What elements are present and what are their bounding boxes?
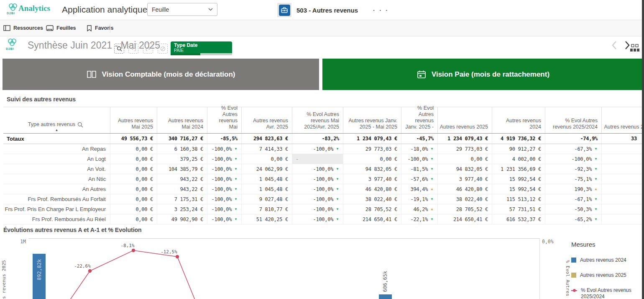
table-cell[interactable]: 0,00 €: [110, 154, 157, 164]
table-cell[interactable]: -81,5%▼: [401, 164, 437, 174]
table-cell[interactable]: -18,0%▼: [401, 144, 437, 154]
sheet-overview-icon[interactable]: [630, 44, 640, 52]
table-cell[interactable]: [601, 144, 644, 154]
table-cell[interactable]: -100,0%▼: [207, 184, 241, 194]
table-cell[interactable]: 214 650,41 €: [343, 214, 401, 224]
table-cell[interactable]: 394,4%▲: [401, 184, 437, 194]
table-cell[interactable]: 7 414,33 €: [241, 144, 292, 154]
table-cell[interactable]: 1 234 079,43 €: [437, 134, 492, 144]
table-cell[interactable]: 29 773,03 €: [437, 144, 492, 154]
table-cell[interactable]: 943,22 €: [157, 184, 207, 194]
sheet-dropdown[interactable]: Feuille: [147, 3, 217, 16]
row-label[interactable]: An Ntic: [3, 174, 110, 184]
search-icon[interactable]: [77, 122, 83, 128]
more-options-button[interactable]: · · ·: [373, 7, 389, 14]
table-cell[interactable]: -83,2%: [292, 134, 343, 144]
table-cell[interactable]: 190,3%▲: [545, 184, 601, 194]
table-cell[interactable]: 115 513,12 €: [492, 194, 545, 204]
table-cell[interactable]: -22,1%▼: [401, 214, 437, 224]
table-cell[interactable]: 46 420,80 €: [437, 184, 492, 194]
toolbar-item-feuilles[interactable]: Feuilles: [46, 20, 76, 36]
table-cell[interactable]: 3 977,40 €: [437, 174, 492, 184]
table-cell[interactable]: -100,0%▼: [292, 144, 343, 154]
column-header[interactable]: Autres revenus Janv. 2025 - Mai 2025: [343, 107, 401, 133]
table-cell[interactable]: 24 062,99 €: [241, 164, 292, 174]
vision-paie-button[interactable]: Vision Paie (mois de rattachement): [322, 59, 644, 90]
table-cell[interactable]: 28 705,52 €: [343, 204, 401, 214]
table-cell[interactable]: [601, 204, 644, 214]
table-cell[interactable]: -100,0%▼: [207, 154, 241, 164]
table-cell[interactable]: -85,5%: [207, 134, 241, 144]
table-cell[interactable]: -65,2%▼: [545, 214, 601, 224]
row-label[interactable]: An Logt: [3, 154, 110, 164]
table-cell[interactable]: -100,0%▼: [401, 154, 437, 164]
table-cell[interactable]: 94 832,05 €: [343, 164, 401, 174]
table-cell[interactable]: [601, 164, 644, 174]
table-cell[interactable]: -50,3%▼: [545, 204, 601, 214]
table-cell[interactable]: 7 810,77 €: [241, 204, 292, 214]
table-cell[interactable]: -67,1%▼: [545, 194, 601, 204]
table-cell[interactable]: 38 022,40 €: [437, 194, 492, 204]
table-cell[interactable]: 214 650,41 €: [437, 214, 492, 224]
table-cell[interactable]: -67,3%▼: [545, 144, 601, 154]
column-header[interactable]: Autres revenus Avr. 2025: [241, 107, 292, 133]
table-cell[interactable]: 49 556,73 €: [110, 134, 157, 144]
column-header[interactable]: Type autres revenus▲: [3, 107, 110, 133]
row-label[interactable]: Frs Prof. Pris En Charge Par L Employeur: [3, 204, 110, 214]
table-cell[interactable]: 15 992,54 €: [492, 184, 545, 194]
column-header[interactable]: % Evol Autres revenus Mai: [207, 107, 241, 133]
column-header[interactable]: Autres revenus 2025: [437, 107, 492, 133]
table-cell[interactable]: -100,0%▼: [545, 154, 601, 164]
table-cell[interactable]: 6 160,38 €: [157, 144, 207, 154]
table-cell[interactable]: 0,00 €: [110, 144, 157, 154]
table-cell[interactable]: -100,0%▼: [207, 214, 241, 224]
table-cell[interactable]: 94 832,05 €: [437, 164, 492, 174]
table-cell[interactable]: -100,0%▼: [292, 194, 343, 204]
table-cell[interactable]: -100,0%▼: [207, 144, 241, 154]
table-cell[interactable]: 104 385,79 €: [157, 164, 207, 174]
previous-sheet-button[interactable]: [611, 41, 617, 50]
row-label[interactable]: Frs Prof. Remboursés Au Forfait: [3, 194, 110, 204]
table-cell[interactable]: 943,22 €: [157, 174, 207, 184]
table-cell[interactable]: 33: [601, 134, 644, 144]
table-cell[interactable]: 340 716,27 €: [157, 134, 207, 144]
table-cell[interactable]: 0,00 €: [110, 194, 157, 204]
row-label[interactable]: Frs Prof. Remboursés Au Réel: [3, 214, 110, 224]
table-cell[interactable]: 49 902,90 €: [157, 214, 207, 224]
table-cell[interactable]: 51 420,25 €: [241, 214, 292, 224]
column-header[interactable]: Autres revenus 2: [601, 107, 644, 133]
table-cell[interactable]: [601, 154, 644, 164]
table-cell[interactable]: -57,6%▼: [401, 174, 437, 184]
table-cell[interactable]: 28 705,52 €: [437, 204, 492, 214]
table-cell[interactable]: 4 002,00 €: [492, 154, 545, 164]
table-cell[interactable]: [601, 214, 644, 224]
table-cell[interactable]: [601, 184, 644, 194]
table-cell[interactable]: -100,0%▼: [207, 174, 241, 184]
column-header[interactable]: % Evol Autres revenus 2025/2024: [545, 107, 601, 133]
table-cell[interactable]: 38 022,40 €: [343, 194, 401, 204]
vision-comptable-button[interactable]: Vision Comptable (mois de déclaration): [3, 59, 319, 90]
table-cell[interactable]: -75,1%▼: [545, 174, 601, 184]
table-cell[interactable]: -100,0%▼: [292, 164, 343, 174]
column-header[interactable]: Autres revenus 2024: [492, 107, 545, 133]
table-cell[interactable]: 4 919 736,32 €: [492, 134, 545, 144]
table-cell[interactable]: 1 045,48 €: [241, 184, 292, 194]
table-cell[interactable]: -100,0%▼: [292, 204, 343, 214]
table-cell[interactable]: -100,0%▼: [292, 174, 343, 184]
filter-chip-type-date[interactable]: Type Date PAIE: [171, 41, 232, 53]
table-cell[interactable]: -100,0%▼: [207, 194, 241, 204]
table-cell[interactable]: 0,00 €: [110, 214, 157, 224]
column-header[interactable]: % Evol Autres revenus Janv. 2025 -: [401, 107, 437, 133]
table-cell[interactable]: -100,0%▼: [292, 184, 343, 194]
table-cell[interactable]: 0,00 €: [343, 154, 401, 164]
row-label[interactable]: An Voit.: [3, 164, 110, 174]
table-cell[interactable]: -100,0%▼: [207, 204, 241, 214]
toolbar-item-ressources[interactable]: Ressources: [3, 20, 43, 36]
toolbar-item-favoris[interactable]: Favoris: [87, 20, 113, 36]
table-cell[interactable]: 0,00 €: [110, 164, 157, 174]
vertical-scrollbar[interactable]: [642, 0, 644, 299]
row-label[interactable]: An Autres: [3, 184, 110, 194]
table-cell[interactable]: 3 977,40 €: [343, 174, 401, 184]
table-cell[interactable]: [601, 194, 644, 204]
table-cell[interactable]: 57 731,51 €: [492, 204, 545, 214]
